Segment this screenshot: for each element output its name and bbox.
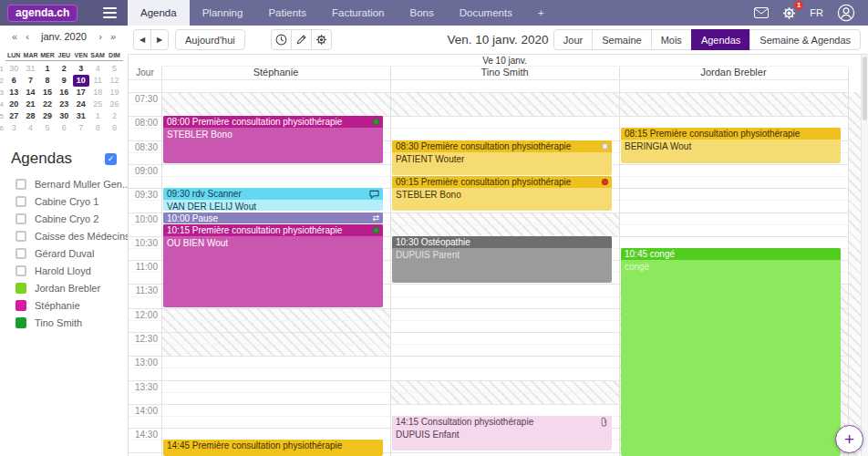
mini-calendar-day[interactable]: 3 [73,63,89,75]
mini-calendar-day[interactable]: 26 [106,98,122,110]
event[interactable]: 10:00 Pause⇄ [163,212,383,223]
agenda-checkbox[interactable] [16,265,26,276]
view-button-jour[interactable]: Jour [553,29,593,50]
pen-icon[interactable] [291,29,312,50]
tab-bons[interactable]: Bons [398,0,447,26]
mini-calendar-day[interactable]: 18 [89,87,106,98]
mini-calendar-day[interactable]: 8 [39,75,56,87]
tab-agenda[interactable]: Agenda [128,0,190,26]
event[interactable]: 09:15 Première consultation physiothérap… [392,176,612,211]
column-header-st-phanie[interactable]: Stéphanie [161,67,390,79]
agenda-checkbox[interactable] [16,231,26,242]
agenda-checkbox[interactable] [16,196,26,207]
event[interactable]: 08:15 Première consultation physiothérap… [621,128,841,162]
mini-calendar-day[interactable]: 4 [89,63,106,75]
column-header-tino-smith[interactable]: Tino Smith [390,67,619,79]
event[interactable]: 10:15 Première consultation physiothérap… [163,224,383,307]
tab-patients[interactable]: Patients [255,0,319,26]
mini-calendar-day[interactable]: 9 [56,75,72,87]
mini-calendar-day[interactable]: 30 [56,110,72,122]
next-month-icon[interactable]: › [94,31,107,42]
time-grid[interactable]: 07:3008:0008:3009:0009:3010:0010:3011:00… [129,92,868,456]
mini-calendar-day[interactable]: 1 [89,110,106,122]
agenda-checkbox[interactable] [16,300,26,311]
mini-calendar-day[interactable]: 8 [89,122,106,134]
vertical-scrollbar[interactable] [861,55,868,456]
agenda-checkbox[interactable] [16,179,26,190]
view-button-semaine-agendas[interactable]: Semaine & Agendas [749,29,861,50]
mini-calendar-day[interactable]: 19 [106,87,122,98]
user-avatar-icon[interactable] [837,4,855,22]
mini-calendar-day[interactable]: 2 [56,63,72,75]
mini-calendar-day[interactable]: 27 [5,110,22,122]
agenda-list-item-cabine-cryo-2[interactable]: Cabine Cryo 2 [0,210,128,227]
tab-add[interactable]: + [525,0,557,26]
mini-calendar-day[interactable]: 5 [39,122,56,134]
agendas-master-checkbox[interactable]: ✓ [105,153,117,165]
mini-calendar-day[interactable]: 6 [5,75,22,87]
mini-calendar-day[interactable]: 14 [22,87,38,98]
column-header-jordan-brebler[interactable]: Jordan Brebler [619,67,848,79]
hamburger-menu-icon[interactable] [103,7,117,18]
mini-calendar-day[interactable]: 7 [22,75,38,87]
event[interactable]: 10:30 OstéopathieDUPUIS Parent [392,236,612,284]
mini-calendar-day[interactable]: 4 [22,122,38,134]
mini-calendar-day[interactable]: 23 [56,98,72,110]
language-selector[interactable]: FR [810,7,823,18]
settings-gear-icon[interactable] [311,29,332,50]
mini-calendar-day[interactable]: 21 [22,98,38,110]
agenda-list-item-cabine-cryo-1[interactable]: Cabine Cryo 1 [0,192,128,210]
tab-facturation[interactable]: Facturation [319,0,398,26]
view-button-agendas[interactable]: Agendas [691,29,750,50]
mini-calendar-day[interactable]: 7 [73,122,89,134]
event[interactable]: 10:45 congécongé [621,248,841,456]
mini-calendar-day[interactable]: 1 [39,63,56,75]
mini-calendar-selected-day[interactable]: 10 [73,75,89,87]
mini-calendar-day[interactable]: 29 [39,110,56,122]
agenda-list-item-caisse-des-m-decins[interactable]: Caisse des Médecins [0,227,128,244]
agenda-list-item-harold-lloyd[interactable]: Harold Lloyd [0,262,128,279]
view-button-semaine[interactable]: Semaine [592,29,651,50]
tab-documents[interactable]: Documents [447,0,525,26]
next-year-icon[interactable]: » [107,31,119,42]
mini-calendar-day[interactable]: 31 [22,63,38,75]
agenda-list-item-jordan-brebler[interactable]: Jordan Brebler [0,279,128,296]
mini-calendar-day[interactable]: 30 [5,63,22,75]
view-button-mois[interactable]: Mois [651,29,692,50]
mini-calendar-day[interactable]: 12 [106,75,122,87]
previous-month-icon[interactable]: ‹ [21,31,34,42]
notifications-gear-icon[interactable]: 1 [782,6,796,20]
clock-icon[interactable] [271,29,292,50]
previous-day-button[interactable]: ◀ [133,29,151,50]
event[interactable]: 14:15 Consultation physiothérapieDUPUIS … [392,416,612,451]
mini-calendar-day[interactable]: 25 [89,98,106,110]
mini-calendar-day[interactable]: 15 [39,87,56,98]
agenda-checkbox[interactable] [16,283,26,294]
mini-calendar-day[interactable]: 17 [73,87,89,98]
scrollbar-thumb[interactable] [863,57,867,120]
event[interactable]: 14:45 Première consultation physiothérap… [163,440,383,456]
add-event-button[interactable]: + [835,425,863,453]
mini-calendar-day[interactable]: 28 [22,110,38,122]
event[interactable]: 08:00 Première consultation physiothérap… [163,116,383,163]
agenda-checkbox[interactable] [16,248,26,259]
agenda-list-item-st-phanie[interactable]: Stéphanie [0,296,128,314]
next-day-button[interactable]: ▶ [150,29,169,50]
agenda-checkbox[interactable] [16,317,26,328]
mini-calendar-day[interactable]: 13 [5,87,22,98]
previous-year-icon[interactable]: « [8,31,21,42]
agenda-checkbox[interactable] [16,213,26,224]
event[interactable]: 08:30 Première consultation physiothérap… [392,140,612,175]
mini-calendar-day[interactable]: 24 [73,98,89,110]
mini-calendar-day[interactable]: 22 [39,98,56,110]
today-button[interactable]: Aujourd'hui [175,29,245,50]
mini-calendar-day[interactable]: 9 [106,122,122,134]
mini-calendar-day[interactable]: 6 [56,122,72,134]
logo[interactable]: agenda.ch [7,5,78,22]
agenda-list-item-tino-smith[interactable]: Tino Smith [0,314,128,331]
mini-calendar-day[interactable]: 16 [56,87,72,98]
agenda-list-item-bernard-muller-gen[interactable]: Bernard Muller Gen... [0,175,128,192]
mini-calendar-day[interactable]: 3 [5,122,22,134]
mini-calendar-day[interactable]: 31 [73,110,89,122]
mini-calendar-day[interactable]: 5 [106,63,122,75]
